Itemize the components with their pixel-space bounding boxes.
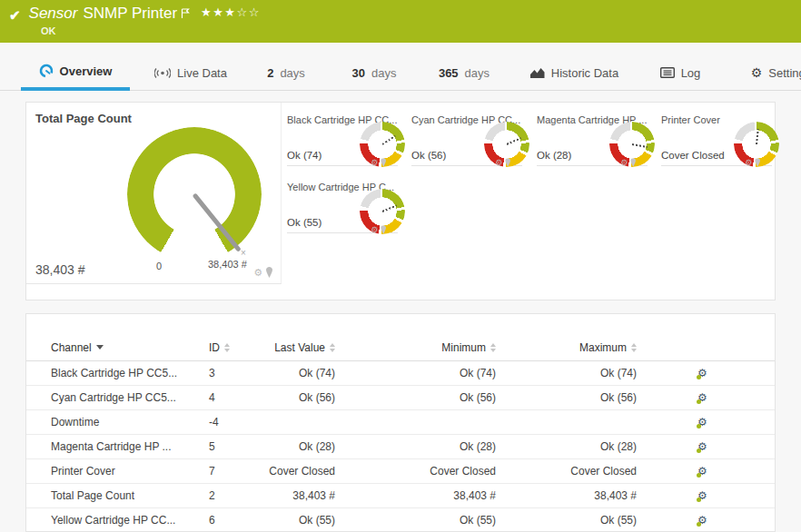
tab-historic-data[interactable]: Historic Data	[518, 54, 631, 91]
channel-id: 5	[209, 440, 259, 453]
edit-channel-icon[interactable]: ⚙	[697, 514, 707, 527]
tab-overview-label: Overview	[60, 64, 113, 78]
historic-data-icon	[530, 67, 545, 78]
table-row: Total Page Count 2 38,403 # 38,403 # 38,…	[26, 484, 775, 508]
gauge-settings-gear-icon[interactable]: ⚙	[253, 268, 262, 278]
tab-settings[interactable]: ⚙ Settings	[731, 54, 801, 91]
channel-maximum: Ok (55)	[496, 514, 637, 527]
edit-channel-icon[interactable]: ⚙	[697, 416, 707, 429]
channel-gauge-value: Cover Closed	[661, 150, 725, 161]
channel-gauge-title: Printer Cover	[661, 114, 720, 125]
tab-2-days[interactable]: 2 days	[245, 54, 327, 91]
tab-2-days-word: days	[280, 66, 304, 80]
table-row: Yellow Cartridge HP CC... 6 Ok (55) Ok (…	[26, 508, 775, 532]
gauge-settings-gear-icon[interactable]: ⚙	[745, 159, 752, 167]
channel-name: Black Cartridge HP CC5...	[51, 367, 209, 379]
edit-channel-icon[interactable]: ⚙	[697, 440, 707, 453]
column-header-maximum[interactable]: Maximum	[496, 341, 637, 354]
column-header-last-value[interactable]: Last Value	[259, 341, 335, 354]
sensor-header: ✔ Sensor SNMP Printer ★★★☆☆ OK	[0, 0, 801, 43]
sort-icon	[224, 343, 230, 352]
channel-gauge-value: Ok (55)	[287, 217, 321, 228]
channel-id: 2	[209, 489, 259, 502]
channel-table: Channel ID Last Value Minimum Maximum	[26, 334, 775, 532]
channel-id: 6	[209, 514, 259, 527]
channel-maximum: Cover Closed	[496, 465, 637, 478]
channel-maximum: 38,403 #	[496, 489, 637, 502]
tab-live-data-label: Live Data	[177, 66, 227, 80]
column-header-minimum[interactable]: Minimum	[335, 341, 496, 354]
channel-gauge-value: Ok (28)	[537, 150, 571, 161]
table-row: Printer Cover 7 Cover Closed Cover Close…	[26, 459, 775, 484]
primary-gauge-value: 38,403 #	[35, 262, 85, 277]
object-kind-label: Sensor	[29, 5, 78, 23]
sensor-title: SNMP Printer	[83, 5, 177, 23]
mini-gauge-tile-yellow-cartridge: Yellow Cartridge HP C... Ok (55) ⚙	[287, 179, 398, 233]
edit-channel-icon[interactable]: ⚙	[697, 391, 707, 404]
channel-id: 3	[209, 367, 259, 379]
pin-icon[interactable]	[630, 158, 637, 167]
channel-id: 7	[209, 465, 259, 478]
edit-channel-icon[interactable]: ⚙	[697, 465, 707, 478]
channel-gauge-value: Ok (56)	[411, 150, 446, 161]
sort-icon	[631, 343, 637, 352]
channel-name: Printer Cover	[51, 465, 209, 478]
pin-icon[interactable]	[265, 267, 273, 278]
channel-minimum: Ok (74)	[335, 367, 496, 379]
channel-maximum: Ok (56)	[496, 391, 637, 404]
mini-gauge-tile-black-cartridge: Black Cartridge HP CC... Ok (74) ⚙	[287, 112, 398, 166]
mini-gauge-tile-printer-cover: Printer Cover Cover Closed ⚙	[661, 112, 772, 166]
column-header-channel[interactable]: Channel	[51, 341, 209, 354]
channel-maximum: Ok (28)	[496, 440, 637, 453]
tab-30-days[interactable]: 30 days	[333, 54, 415, 91]
tab-log-label: Log	[681, 66, 701, 80]
sort-desc-icon	[96, 345, 104, 350]
gauge-settings-gear-icon[interactable]: ⚙	[620, 159, 628, 167]
tab-historic-data-label: Historic Data	[551, 66, 618, 80]
gauge-scale-max: 38,403 #	[208, 259, 247, 270]
channel-last-value: 38,403 #	[259, 489, 335, 502]
channel-last-value: Ok (55)	[259, 514, 335, 527]
mini-gauge-tile-magenta-cartridge: Magenta Cartridge HP ... Ok (28) ⚙	[537, 112, 648, 166]
gauge-settings-gear-icon[interactable]: ⚙	[371, 159, 378, 167]
settings-gear-icon: ⚙	[751, 66, 763, 79]
tab-365-days-number: 365	[439, 66, 459, 80]
channel-gauge-value: Ok (74)	[287, 150, 321, 161]
priority-stars[interactable]: ★★★☆☆	[201, 5, 261, 19]
primary-channel-gauge-tile: Total Page Count × 0 38,403 # 38,403 # ⚙	[26, 103, 282, 284]
channel-table-panel: Channel ID Last Value Minimum Maximum	[25, 313, 776, 532]
pin-icon[interactable]	[381, 225, 387, 234]
tab-overview[interactable]: Overview	[21, 54, 130, 91]
flag-icon[interactable]	[181, 6, 190, 23]
gauge-scale-min: 0	[156, 261, 162, 271]
channel-last-value: Cover Closed	[259, 465, 335, 478]
tab-live-data[interactable]: Live Data	[141, 54, 241, 91]
tab-settings-label: Settings	[768, 66, 801, 80]
prtg-sensor-page: ✔ Sensor SNMP Printer ★★★☆☆ OK Overview	[0, 0, 801, 532]
gauge-settings-gear-icon[interactable]: ⚙	[371, 226, 378, 234]
mini-gauge-tile-cyan-cartridge: Cyan Cartridge HP CC... Ok (56) ⚙	[411, 112, 522, 166]
gauges-panel: Total Page Count × 0 38,403 # 38,403 # ⚙…	[25, 102, 776, 300]
gauge-icon	[39, 64, 54, 78]
edit-channel-icon[interactable]: ⚙	[697, 489, 707, 502]
table-row: Black Cartridge HP CC5... 3 Ok (74) Ok (…	[26, 361, 775, 386]
table-row: Cyan Cartridge HP CC5... 4 Ok (56) Ok (5…	[26, 386, 775, 410]
tab-log[interactable]: Log	[639, 54, 721, 91]
channel-last-value: Ok (56)	[259, 391, 335, 404]
gauge-needle-tip-marker: ×	[241, 248, 246, 258]
table-header-row: Channel ID Last Value Minimum Maximum	[26, 334, 775, 361]
tab-bar: Overview Live Data 2 days 30 days 365 da…	[0, 54, 801, 91]
table-row: Magenta Cartridge HP ... 5 Ok (28) Ok (2…	[26, 435, 775, 459]
gauge-settings-gear-icon[interactable]: ⚙	[495, 159, 502, 167]
tab-2-days-number: 2	[267, 66, 273, 80]
live-data-icon	[154, 67, 171, 79]
table-row: Downtime -4 ⚙	[26, 410, 775, 435]
pin-icon[interactable]	[381, 158, 387, 167]
tab-365-days[interactable]: 365 days	[419, 54, 509, 91]
column-header-id[interactable]: ID	[209, 341, 259, 354]
channel-minimum: Ok (55)	[335, 514, 496, 527]
channel-maximum: Ok (74)	[496, 367, 637, 379]
pin-icon[interactable]	[505, 158, 511, 167]
edit-channel-icon[interactable]: ⚙	[697, 367, 707, 379]
pin-icon[interactable]	[755, 158, 761, 167]
